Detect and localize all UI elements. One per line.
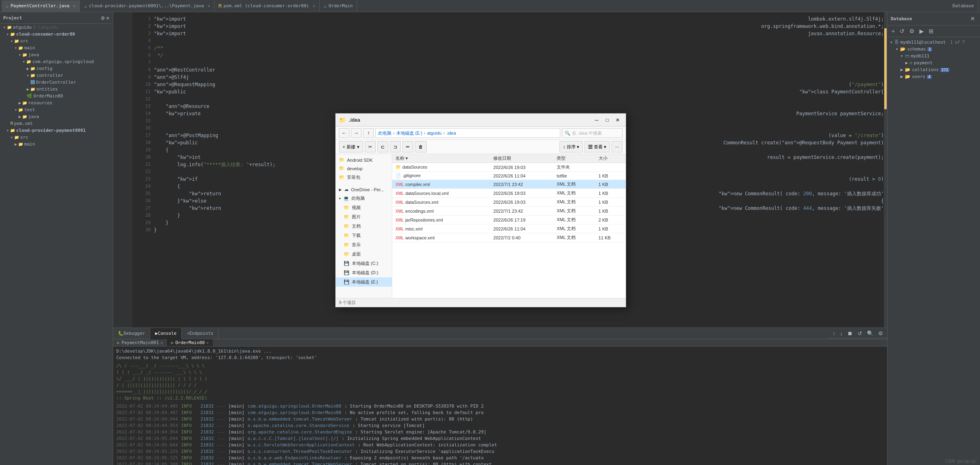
sidebar-item-music[interactable]: 📁 音乐	[336, 240, 392, 249]
dialog-minimize-btn[interactable]: ─	[592, 116, 601, 125]
tree-item-resources[interactable]: ▶ 📁 resources	[0, 99, 113, 106]
sidebar-item-videos[interactable]: 📁 视频	[336, 203, 392, 212]
sidebar-item-diskd[interactable]: 💾 本地磁盘 (D:)	[336, 268, 392, 277]
dialog-sort-btn[interactable]: ↕ 排序 ▾	[559, 141, 583, 152]
tree-item-main2[interactable]: ▶ 📁 main	[0, 141, 113, 148]
tree-item-test[interactable]: ▾ 📁 test	[0, 106, 113, 113]
rerun-btn[interactable]: ↺	[856, 330, 864, 337]
sidebar-item-docs[interactable]: 📁 文档	[336, 222, 392, 231]
tree-item-src1[interactable]: ▾ 📁 src	[0, 38, 113, 44]
dialog-new-folder-btn[interactable]: + 新建 ▾	[339, 141, 363, 152]
sidebar-item-install[interactable]: 📁 安装包	[336, 173, 392, 182]
tree-item-pom[interactable]: M pom.xml	[0, 120, 113, 127]
dialog-paste-btn[interactable]: ⊐	[390, 141, 401, 152]
tree-item-cloud-consumer[interactable]: ▾ 📁 cloud-consumer-order80	[0, 31, 113, 38]
tab-payment-controller[interactable]: ☕ PaymentController.java ✕	[2, 0, 80, 12]
db-properties-btn[interactable]: ⚙	[908, 27, 916, 35]
stop-btn[interactable]: ⏹	[846, 330, 854, 337]
tree-item-main1[interactable]: ▾ 📁 main	[0, 44, 113, 51]
dialog-forward-btn[interactable]: →	[351, 128, 362, 138]
sidebar-item-onedrive[interactable]: ▶ ☁ OneDrive - Per...	[336, 185, 392, 194]
dialog-search-box[interactable]: 🔍 在 .idea 中搜索	[562, 128, 622, 138]
sidebar-item-downloads[interactable]: 📁 下载	[336, 231, 392, 240]
tab-console[interactable]: ▶ Console	[150, 328, 182, 339]
dialog-copy-btn[interactable]: ⊏	[377, 141, 388, 152]
project-gear-icon[interactable]: ⚙	[101, 15, 104, 21]
sidebar-item-pictures[interactable]: 📁 图片	[336, 212, 392, 222]
tab-database[interactable]: Database	[948, 0, 978, 12]
sidebar-item-thispc[interactable]: ▾ 💻 此电脑	[336, 194, 392, 203]
dialog-more-btn[interactable]: ···	[612, 141, 622, 152]
console-output[interactable]: D:\develop\JDK\java64\java64\jdk1.8.0_16…	[113, 347, 887, 465]
sidebar-item-develop[interactable]: 📁 develop	[336, 164, 392, 173]
filter-btn[interactable]: 🔍	[865, 330, 875, 337]
file-row[interactable]: 📁 dataSources2022/6/26 19:03文件夹	[392, 163, 626, 172]
project-close-icon[interactable]: ✕	[106, 15, 109, 21]
tab-endpoints[interactable]: ⚡ Endpoints	[182, 328, 219, 339]
addr-part-2[interactable]: 本地磁盘 (E:)	[396, 130, 423, 136]
tab-pom[interactable]: M pom.xml (cloud-consumer-order80) ✕	[215, 0, 320, 12]
tree-item-atguidu[interactable]: ▾ 📁 atguidu E:\atguidu	[0, 24, 113, 31]
addr-part-1[interactable]: 此电脑	[378, 130, 391, 136]
db-close-btn[interactable]: ✕	[969, 15, 977, 23]
file-row[interactable]: XML jarRepositories.xml2022/6/26 17:19XM…	[392, 216, 626, 224]
editor-scrollbar[interactable]	[884, 12, 887, 328]
tree-item-src2[interactable]: ▾ 📁 src	[0, 134, 113, 141]
subtab-close1[interactable]: ✕	[160, 340, 163, 345]
tree-item-config[interactable]: ▶ 📁 config	[0, 65, 113, 72]
tab-ordermain[interactable]: ☕ OrderMain	[320, 0, 357, 12]
db-run-btn[interactable]: ▶	[918, 27, 925, 35]
file-dialog[interactable]: 📁 .idea ─ □ ✕ ← → ↑ 此电脑 › 本地磁盘 (E:) › at…	[335, 113, 626, 307]
file-row[interactable]: XML compiler.xml2022/7/1 23:42XML 文档1 KB	[392, 180, 626, 189]
sidebar-item-android[interactable]: 📁 Android SDK	[336, 156, 392, 164]
db-filter-btn[interactable]: ⊞	[927, 27, 935, 35]
dialog-back-btn[interactable]: ←	[339, 128, 349, 138]
subtab-ordermain[interactable]: ▶ OrderMain80 ✕	[167, 339, 213, 346]
col-size[interactable]: 大小	[595, 154, 626, 163]
tree-item-java-test[interactable]: ▶ 📁 java	[0, 113, 113, 120]
dialog-view-btn[interactable]: ☰ 查看 ▾	[585, 141, 610, 152]
db-item-payment[interactable]: ▶ ⊞ payment	[887, 59, 980, 66]
file-row[interactable]: XML misc.xml2022/6/26 11:04XML 文档1 KB	[392, 224, 626, 233]
dialog-maximize-btn[interactable]: □	[602, 116, 612, 125]
dialog-address-bar[interactable]: 此电脑 › 本地磁盘 (E:) › atguidu › .idea	[375, 128, 560, 138]
col-type[interactable]: 类型	[553, 154, 595, 163]
subtab-close2[interactable]: ✕	[206, 340, 209, 345]
db-item-users[interactable]: ▶ 📂 users 4	[887, 73, 980, 80]
tree-item-java1[interactable]: ▾ 📁 java	[0, 51, 113, 58]
addr-part-3[interactable]: atguidu	[427, 131, 442, 135]
tree-item-ordermain80[interactable]: 🌿 OrderMain80	[0, 93, 113, 99]
addr-part-4[interactable]: .idea	[446, 131, 456, 135]
col-name[interactable]: 名称 ▾	[392, 154, 490, 163]
db-item-mydb111[interactable]: ▾ 🗃 mydb111	[887, 53, 980, 59]
scroll-up-btn[interactable]: ↑	[831, 330, 837, 337]
file-row[interactable]: XML dataSources.xml2022/6/26 19:03XML 文档…	[392, 198, 626, 207]
settings-btn[interactable]: ⚙	[877, 330, 885, 337]
tab-close-btn[interactable]: ✕	[73, 4, 76, 8]
dialog-file-list[interactable]: 名称 ▾ 修改日期 类型 大小 📁 dataSources2022/6/26 1…	[392, 154, 626, 298]
dialog-delete-btn[interactable]: 🗑	[415, 141, 427, 152]
file-row[interactable]: 📄 .gitignore2022/6/26 11:04txtfile1 KB	[392, 172, 626, 180]
tree-item-order-controller[interactable]: 🅲 OrderController	[0, 79, 113, 86]
subtab-payment[interactable]: ▶ PaymentMain001 ✕	[113, 339, 167, 346]
tree-item-controller[interactable]: ▾ 📁 controller	[0, 72, 113, 79]
tab-debugger[interactable]: 🐛 Debugger	[113, 328, 150, 339]
dialog-close-btn[interactable]: ✕	[613, 116, 622, 125]
dialog-cut-btn[interactable]: ✂	[365, 141, 376, 152]
db-item-connection[interactable]: ▾ 🗄 mydb111@localhost 1 of 7	[887, 39, 980, 46]
tab-close-btn3[interactable]: ✕	[313, 4, 315, 8]
tree-item-cloud-provider[interactable]: ▾ 📁 cloud-provider-payment8001	[0, 127, 113, 134]
scroll-down-btn[interactable]: ↓	[839, 330, 845, 337]
db-add-btn[interactable]: +	[890, 27, 896, 35]
col-date[interactable]: 修改日期	[490, 154, 553, 163]
file-row[interactable]: XML workspace.xml2022/7/2 0:40XML 文档11 K…	[392, 233, 626, 242]
tab-close-btn2[interactable]: ✕	[208, 4, 210, 8]
file-row[interactable]: XML encodings.xml2022/7/1 23:42XML 文档1 K…	[392, 207, 626, 216]
dialog-up-btn[interactable]: ↑	[363, 128, 374, 138]
sidebar-item-diske[interactable]: 💾 本地磁盘 (E:)	[336, 277, 392, 287]
db-refresh-btn[interactable]: ↺	[898, 27, 906, 35]
sidebar-item-diskc[interactable]: 💾 本地磁盘 (C:)	[336, 259, 392, 268]
file-row[interactable]: XML dataSources.local.xml2022/6/26 19:03…	[392, 189, 626, 198]
dialog-rename-btn[interactable]: ✏	[402, 141, 413, 152]
sidebar-item-desktop[interactable]: 📁 桌面	[336, 249, 392, 259]
